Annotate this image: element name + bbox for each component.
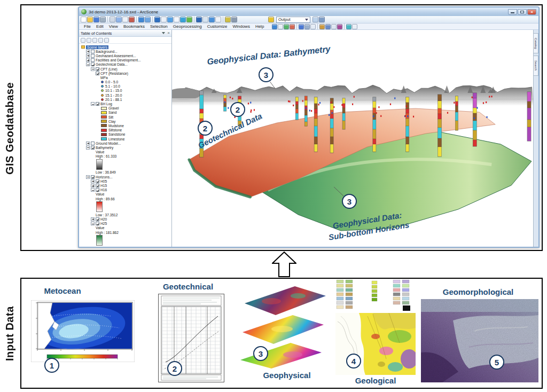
toolbar-icon[interactable]	[337, 24, 342, 29]
toc-row[interactable]: H20	[80, 217, 171, 221]
toolbar-icon[interactable]	[231, 17, 237, 22]
toolbar-icon[interactable]	[290, 24, 295, 29]
toolbar-icon[interactable]	[180, 17, 186, 22]
minimize-button[interactable]	[508, 9, 517, 15]
toc-row[interactable]: Sandstone	[80, 132, 171, 137]
menu-view[interactable]: View	[106, 24, 121, 29]
toolbar-icon[interactable]	[145, 17, 151, 22]
toc-row[interactable]	[80, 159, 171, 170]
toc-row[interactable]: 10.1 - 15.0	[80, 89, 171, 93]
toc-row[interactable]: Scene layers	[80, 45, 171, 49]
menu-geoprocessing[interactable]: Geoprocessing	[170, 24, 205, 29]
menu-customize[interactable]: Customize	[205, 24, 230, 29]
toolbar-icon[interactable]	[104, 38, 109, 43]
toc-row[interactable]: Limestone	[80, 137, 171, 141]
toolbar-icon[interactable]	[278, 24, 283, 29]
toc-row[interactable]: H16	[80, 188, 171, 192]
toolbar-icon[interactable]	[87, 38, 91, 43]
expander-plus-icon[interactable]	[86, 50, 90, 53]
toolbar-icon[interactable]	[215, 17, 221, 22]
toc-row[interactable]: Geotechnical Data...	[80, 62, 171, 67]
toolbar-icon[interactable]	[304, 24, 310, 29]
toc-row[interactable]	[80, 201, 171, 213]
toolbar-icon[interactable]	[116, 17, 122, 22]
toolbar-icon[interactable]	[346, 24, 351, 29]
expander-minus-icon[interactable]	[86, 175, 90, 179]
toolbar-icon[interactable]	[196, 17, 202, 22]
toolbar-icon[interactable]	[81, 38, 85, 43]
toc-row[interactable]: Value	[80, 150, 171, 154]
window-titlebar[interactable]: 3d demo 2013-12-16.sxd - ArcScene ×	[79, 7, 538, 16]
toc-row[interactable]: Sand	[80, 111, 171, 115]
toolbar-icon[interactable]	[167, 17, 173, 22]
menu-windows[interactable]: Windows	[230, 24, 252, 29]
layer-checkbox[interactable]	[91, 175, 95, 179]
toolbar-icon[interactable]	[284, 24, 289, 29]
toolbar-icon[interactable]	[209, 17, 215, 22]
layer-checkbox[interactable]	[91, 146, 95, 150]
toc-row[interactable]: 20.1 - 88.1	[80, 97, 171, 101]
toc-row[interactable]: Siltstone	[80, 128, 171, 132]
menu-edit[interactable]: Edit	[93, 24, 106, 29]
toolbar-icon[interactable]	[325, 24, 331, 29]
toc-row[interactable]: Facilities and Development...	[80, 58, 171, 62]
toc-row[interactable]: Gravel	[80, 106, 171, 111]
toolbar-icon[interactable]	[272, 24, 277, 29]
toc-row[interactable]: High : 89.66	[80, 197, 171, 201]
expander-minus-icon[interactable]	[91, 188, 95, 192]
toc-row[interactable]: 15.1 - 20.0	[80, 93, 171, 97]
toolbar-icon[interactable]	[331, 24, 337, 29]
toc-row[interactable]: 0.0 - 5.0	[80, 80, 171, 84]
toc-row[interactable]: MPa	[80, 75, 171, 80]
toolbar-icon[interactable]	[225, 17, 231, 22]
toolbar-icon[interactable]	[87, 17, 93, 22]
toolbar-icon[interactable]	[98, 38, 103, 43]
toc-row[interactable]: Low : 37.3512	[80, 213, 171, 217]
toolbar-icon[interactable]	[92, 38, 97, 43]
expander-plus-icon[interactable]	[91, 179, 95, 183]
toc-row[interactable]: Value	[80, 226, 171, 230]
toolbar-icon[interactable]	[186, 17, 192, 22]
toolbar-icon[interactable]	[93, 17, 99, 22]
toc-row[interactable]: H25	[80, 222, 171, 226]
toc-row[interactable]: Background...	[80, 49, 171, 53]
expander-minus-icon[interactable]	[91, 222, 95, 225]
toc-row[interactable]: Horizons...	[80, 175, 171, 179]
scene-viewport[interactable]: Geophysical Data: Bathymetry Geotechnica…	[172, 30, 533, 247]
toc-row[interactable]: CPT (Line)	[80, 67, 171, 71]
layer-checkbox[interactable]	[91, 62, 95, 66]
toolbar-icon[interactable]	[319, 24, 325, 29]
toc-row[interactable]: Clay	[80, 119, 171, 123]
menu-selection[interactable]: Selection	[147, 24, 170, 29]
toolbar-icon[interactable]	[81, 17, 87, 22]
expander-minus-icon[interactable]	[91, 67, 95, 71]
toolbar-icon[interactable]	[352, 24, 357, 29]
toc-row[interactable]: Geohazard Assessment...	[80, 53, 171, 58]
layer-checkbox[interactable]	[96, 67, 99, 71]
toc-close-icon[interactable]: ×	[167, 31, 170, 35]
expander-minus-icon[interactable]	[86, 146, 90, 150]
toc-pin-icon[interactable]	[162, 32, 165, 34]
toc-row[interactable]: High : 181.862	[80, 230, 171, 234]
toc-row[interactable]: Value	[80, 192, 171, 197]
dock-tab-search[interactable]: Search	[534, 56, 538, 76]
toc-row[interactable]: Silt	[80, 115, 171, 119]
toolbar-icon[interactable]	[122, 17, 128, 22]
layer-checkbox[interactable]	[96, 217, 99, 221]
toc-row[interactable]: Bathymetry	[80, 145, 171, 150]
expander-plus-icon[interactable]	[91, 184, 95, 187]
toolbar-icon[interactable]	[138, 17, 144, 22]
menu-file[interactable]: File	[81, 24, 93, 29]
layer-checkbox[interactable]	[91, 58, 95, 62]
toc-row[interactable]: Ground Model...	[80, 141, 171, 145]
expander-plus-icon[interactable]	[86, 54, 90, 58]
toolbar-icon[interactable]	[312, 17, 318, 22]
layer-checkbox[interactable]	[96, 188, 99, 192]
toc-row[interactable]: CPT (Resistance)	[80, 71, 171, 75]
toolbar-icon[interactable]	[110, 17, 115, 22]
output-combobox[interactable]: Output	[276, 17, 310, 23]
expander-plus-icon[interactable]	[86, 142, 90, 145]
layer-checkbox[interactable]	[91, 50, 95, 53]
toolbar-icon[interactable]	[129, 17, 135, 22]
expander-minus-icon[interactable]	[91, 102, 95, 106]
